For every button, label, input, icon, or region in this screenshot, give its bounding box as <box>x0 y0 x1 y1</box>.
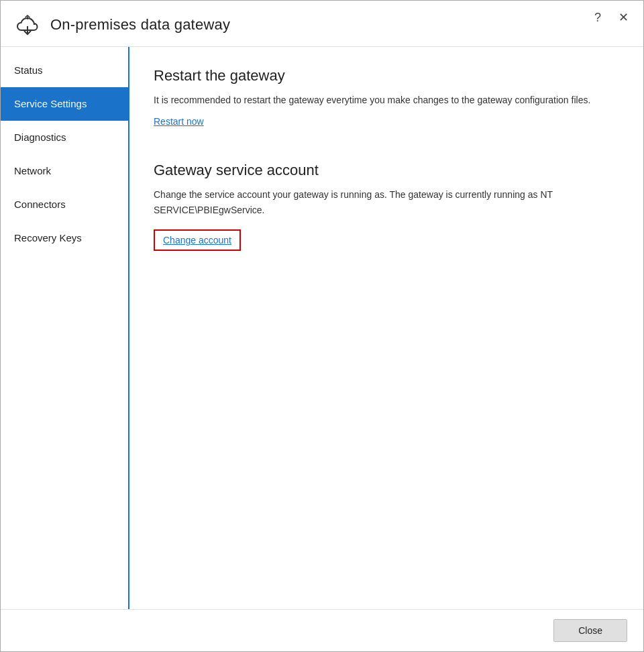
service-account-title: Gateway service account <box>154 162 619 179</box>
restart-title: Restart the gateway <box>154 67 619 85</box>
sidebar-item-service-settings[interactable]: Service Settings <box>1 87 128 121</box>
title-bar: On-premises data gateway ? ✕ <box>1 1 643 47</box>
restart-description: It is recommended to restart the gateway… <box>154 93 610 107</box>
change-account-link[interactable]: Change account <box>154 229 241 251</box>
footer: Close <box>1 609 643 651</box>
content-area: Restart the gateway It is recommended to… <box>129 47 643 609</box>
main-window: On-premises data gateway ? ✕ Status Serv… <box>0 0 644 652</box>
title-bar-actions: ? ✕ <box>590 10 633 25</box>
service-account-description: Change the service account your gateway … <box>154 187 610 217</box>
sidebar: Status Service Settings Diagnostics Netw… <box>1 47 129 609</box>
sidebar-item-network[interactable]: Network <box>1 154 128 188</box>
restart-now-link[interactable]: Restart now <box>154 116 204 127</box>
main-layout: Status Service Settings Diagnostics Netw… <box>1 47 643 609</box>
sidebar-item-connectors[interactable]: Connectors <box>1 188 128 221</box>
app-title: On-premises data gateway <box>50 16 230 34</box>
help-button[interactable]: ? <box>590 10 605 25</box>
sidebar-item-recovery-keys[interactable]: Recovery Keys <box>1 221 128 255</box>
gateway-icon <box>14 11 41 38</box>
sidebar-item-diagnostics[interactable]: Diagnostics <box>1 121 128 154</box>
restart-section: Restart the gateway It is recommended to… <box>154 67 619 147</box>
close-button[interactable]: Close <box>553 619 627 642</box>
service-account-section: Gateway service account Change the servi… <box>154 162 619 251</box>
sidebar-item-status[interactable]: Status <box>1 54 128 87</box>
close-window-button[interactable]: ✕ <box>614 10 633 25</box>
